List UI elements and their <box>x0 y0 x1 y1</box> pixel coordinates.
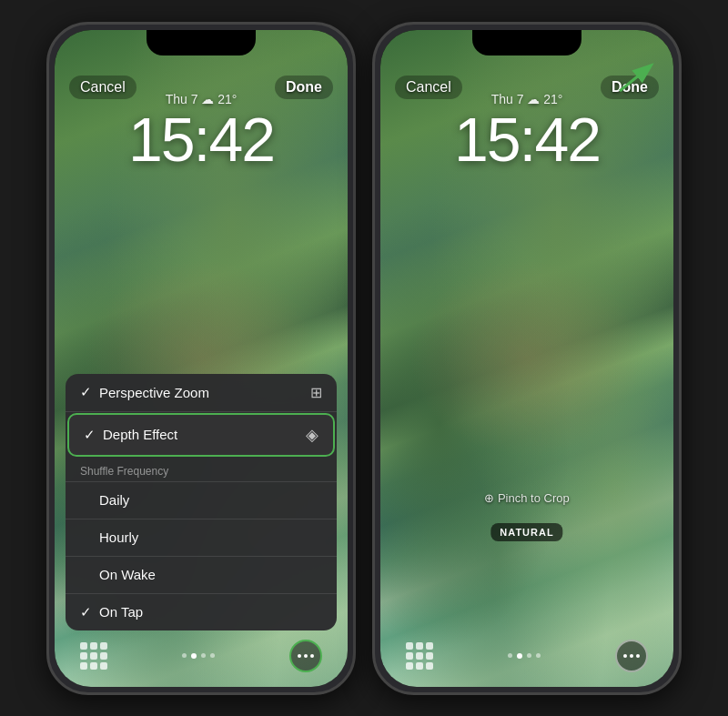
menu-item-daily[interactable]: ✓ Daily <box>66 482 337 519</box>
menu-item-perspective-zoom[interactable]: ✓ Perspective Zoom ⊞ <box>66 374 337 412</box>
natural-badge: NATURAL <box>490 523 562 541</box>
page-dots-left <box>182 653 215 659</box>
nav-buttons-left: Cancel Done <box>55 70 348 105</box>
more-button-left[interactable] <box>289 640 322 672</box>
depth-effect-label: Depth Effect <box>103 427 177 442</box>
bottom-toolbar-left <box>55 640 348 672</box>
context-menu: ✓ Perspective Zoom ⊞ ✓ Depth Effect ◈ Sh… <box>66 374 337 630</box>
section-label-text: Shuffle Frequency <box>80 465 168 478</box>
perspective-icon: ⊞ <box>310 384 322 401</box>
menu-item-hourly[interactable]: ✓ Hourly <box>66 519 337 557</box>
time-display-right: 15:42 <box>454 108 600 170</box>
more-button-right[interactable] <box>615 640 648 672</box>
layers-icon: ◈ <box>306 425 318 445</box>
menu-item-on-wake[interactable]: ✓ On Wake <box>66 557 337 594</box>
menu-item-on-tap[interactable]: ✓ On Tap <box>66 594 337 630</box>
cancel-button-right[interactable]: Cancel <box>395 76 462 99</box>
scene: Cancel Done Thu 7 ☁ 21° 15:42 ✓ Perspect… <box>0 0 728 716</box>
time-display-left: 15:42 <box>128 108 274 170</box>
notch-right <box>472 30 581 55</box>
arrow-annotation <box>615 59 661 99</box>
shuffle-frequency-section: Shuffle Frequency <box>66 458 337 482</box>
right-phone: Cancel Done Thu 7 ☁ 21° 15:42 ⊕ Pinch to… <box>372 22 682 695</box>
cancel-button-left[interactable]: Cancel <box>69 76 136 99</box>
on-tap-label: On Tap <box>99 604 143 620</box>
perspective-zoom-label: Perspective Zoom <box>99 385 209 400</box>
svg-line-1 <box>620 66 650 91</box>
check-depth: ✓ <box>84 427 96 443</box>
hourly-label: Hourly <box>99 529 138 545</box>
grid-icon-left[interactable] <box>80 642 107 670</box>
left-phone: Cancel Done Thu 7 ☁ 21° 15:42 ✓ Perspect… <box>46 22 356 695</box>
grid-icon-right[interactable] <box>406 642 433 670</box>
done-button-left[interactable]: Done <box>275 76 333 99</box>
pinch-to-crop: ⊕ Pinch to Crop <box>484 491 569 505</box>
bottom-toolbar-right <box>380 640 673 672</box>
check-perspective: ✓ <box>80 384 92 400</box>
daily-label: Daily <box>99 492 129 508</box>
notch-left <box>147 30 256 55</box>
check-on-tap: ✓ <box>80 604 92 620</box>
page-dots-right <box>508 653 541 659</box>
menu-item-depth-effect[interactable]: ✓ Depth Effect ◈ <box>67 413 335 457</box>
on-wake-label: On Wake <box>99 567 156 582</box>
